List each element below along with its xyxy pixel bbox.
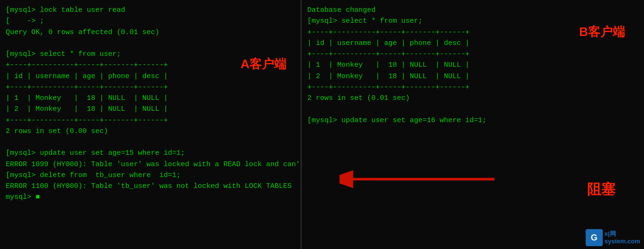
block-arrow	[340, 164, 506, 195]
left-terminal-text: [mysql> lock table user read [ -> ; Quer…	[6, 5, 295, 203]
watermark: G x|网 system.com	[586, 229, 640, 246]
watermark-logo: G	[586, 229, 603, 246]
label-a-client: A客户端	[240, 56, 286, 72]
right-terminal-text: Database changed [mysql> select * from u…	[307, 5, 638, 126]
label-blocked: 阻塞	[587, 180, 616, 199]
left-terminal: [mysql> lock table user read [ -> ; Quer…	[0, 0, 302, 249]
watermark-text: x|网 system.com	[605, 230, 640, 245]
label-b-client: B客户端	[579, 24, 625, 40]
right-terminal: Database changed [mysql> select * from u…	[302, 0, 644, 249]
